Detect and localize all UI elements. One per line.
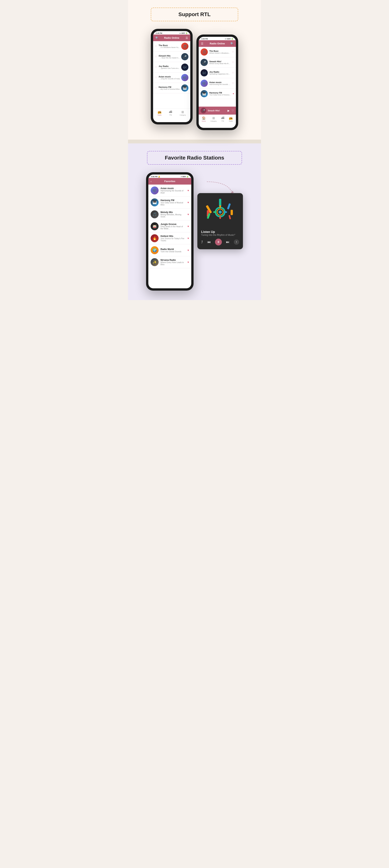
info-icon[interactable]: ! xyxy=(234,239,239,245)
mini-player-avatar: 🎤 xyxy=(201,108,206,114)
phone-1-header: 🔍 Radio Online ☰ xyxy=(153,34,190,41)
favorites-list: 🎼 Asian music Harmonizing the Sounds of … xyxy=(148,185,191,268)
list-item[interactable]: 🎶 Joy Radio Spreading Happiness One Tune… xyxy=(199,68,236,78)
search-icon-2[interactable]: 🔍 xyxy=(230,42,233,45)
phone-2-header: ☰ Radio Online 🔍 xyxy=(199,40,236,47)
pause-button[interactable]: ⏸ xyxy=(215,239,222,245)
list-item[interactable]: 🎹 Harmony FM Your Daily Dose of Musical … xyxy=(199,89,236,99)
list-item[interactable]: ♡ Harmony FM Your Daily Dose of Musical … xyxy=(153,83,190,93)
list-item[interactable]: ♡ The Buzz ...Where Music's Vibrations N… xyxy=(153,41,190,52)
item-info: The Buzz Where Music's Vibrations Never … xyxy=(209,50,230,54)
next-icon[interactable]: ⏭ xyxy=(226,240,229,244)
fav-item[interactable]: 🎹 Harmony FM Your Daily Dose of Musical … xyxy=(148,196,191,209)
nav-home[interactable]: 🏠 Home xyxy=(202,116,206,122)
nav-city-2[interactable]: 🏙 City xyxy=(221,116,224,122)
list-item[interactable]: ♡ iSmash Hits ...Where Every Beat Hits t… xyxy=(153,52,190,62)
prev-icon[interactable]: ⏮ xyxy=(207,240,211,244)
phone-2-title: Radio Online xyxy=(210,42,225,45)
rtl-title: Support RTL xyxy=(159,11,230,18)
heart-icon[interactable]: ♡ xyxy=(155,45,157,48)
heart-filled-icon[interactable]: ♥ xyxy=(233,92,234,95)
list-item[interactable]: 🎵 The Buzz Where Music's Vibrations Neve… xyxy=(199,47,236,57)
fav-avatar: 🎹 xyxy=(150,198,159,206)
divider xyxy=(128,140,261,144)
fav-info: Asian music Harmonizing the Sounds of As… xyxy=(161,187,186,194)
item-info: Harmony FM Your Daily Dose of Musical Bl… xyxy=(209,92,231,96)
heart-mini-icon[interactable]: ♡ xyxy=(231,109,234,112)
fav-item[interactable]: 🌍 Radio World Tune into Global Sounds ♥ xyxy=(148,244,191,256)
nav-radio[interactable]: 📻 Radio xyxy=(158,110,162,116)
player-logo xyxy=(205,197,235,227)
fav-item[interactable]: 🎼 Asian music Harmonizing the Sounds of … xyxy=(148,185,191,196)
phone-1-status: 5:49 PM ▪▪▪ WiFi 🔋 xyxy=(153,31,190,34)
list-item[interactable]: ♡ Joy Radio ...Spreading Happiness One T… xyxy=(153,62,190,72)
fav-avatar: ✨ xyxy=(150,258,159,266)
fav-item[interactable]: 🎵 Melody Mix Mixing Melodies, Moving Sou… xyxy=(148,209,191,220)
favorites-title-box: Favorite Radio Stations xyxy=(147,151,242,165)
heart-icon[interactable]: ♡ xyxy=(155,55,157,58)
svg-rect-14 xyxy=(219,205,221,208)
phone-2-status: 4:09 PM ▪▪▪ WiFi 🔋 xyxy=(199,37,236,40)
fav-info: Hottest Hits Your Source for Today's Fir… xyxy=(161,235,186,242)
pause-icon: ⏸ xyxy=(217,240,220,244)
nav-radio-2[interactable]: 📻 Radio xyxy=(229,116,233,122)
fav-time: 4:56 PM 🔔 xyxy=(151,176,160,178)
player-card: Listen Up Tuning Into the Rhythm of Musi… xyxy=(197,193,243,249)
nav-category[interactable]: ⊞ Category xyxy=(180,110,186,116)
heart-icon[interactable]: ♡ xyxy=(155,87,157,89)
item-info: iSmash Hits ...Where Every Beat Hits the… xyxy=(159,55,180,59)
mini-player-controls: ▶ ♡ xyxy=(227,109,234,112)
rtl-section: Support RTL 5:49 PM ▪▪▪ WiFi 🔋 🔍 Radio O… xyxy=(128,0,261,140)
home-nav-icon: 🏠 xyxy=(202,116,206,120)
heart-icon[interactable]: ♥ xyxy=(188,260,189,264)
fav-item[interactable]: ✨ Nirvana Radio Where Every Note Leads t… xyxy=(148,256,191,268)
phone-1-title: Radio Online xyxy=(164,36,179,39)
svg-point-13 xyxy=(219,211,221,213)
heart-icon[interactable]: ♡ xyxy=(232,51,234,53)
list-item[interactable]: ♡ Asian music |Harmonizing the Sounds of… xyxy=(153,72,190,83)
menu-icon[interactable]: ☰ xyxy=(186,36,188,39)
heart-icon[interactable]: ♡ xyxy=(155,66,157,68)
favorites-phone-screen: 4:56 PM 🔔 ▪▪ WiFi 🔋 ‹ Favorites 🎼 Asian … xyxy=(148,175,191,288)
heart-icon[interactable]: ♥ xyxy=(188,189,189,192)
item-info: The Buzz ...Where Music's Vibrations Nev… xyxy=(159,44,180,49)
svg-rect-15 xyxy=(219,216,221,219)
player-controls: ⤴ ⏮ ⏸ ⏭ ! xyxy=(201,239,239,245)
item-info: Asian music Harmonizing the Sounds of As… xyxy=(209,81,230,85)
phone-2-list: 🎵 The Buzz Where Music's Vibrations Neve… xyxy=(199,47,236,99)
radio-nav-icon: 📻 xyxy=(158,110,162,114)
heart-icon[interactable]: ♥ xyxy=(188,249,189,252)
search-icon[interactable]: 🔍 xyxy=(156,36,159,39)
heart-icon[interactable]: ♥ xyxy=(188,237,189,240)
heart-icon[interactable]: ♡ xyxy=(232,71,234,74)
list-item[interactable]: 🎼 Asian music Harmonizing the Sounds of … xyxy=(199,78,236,89)
phone-1: 5:49 PM ▪▪▪ WiFi 🔋 🔍 Radio Online ☰ ♡ Th… xyxy=(151,29,193,124)
back-icon[interactable]: ‹ xyxy=(150,180,151,183)
play-icon[interactable]: ▶ xyxy=(227,109,230,112)
city-nav-icon: 🏙 xyxy=(169,110,172,114)
heart-icon[interactable]: ♡ xyxy=(232,82,234,85)
heart-icon[interactable]: ♥ xyxy=(188,213,189,216)
player-track-name: Listen Up xyxy=(201,230,239,234)
fav-info: Jungle Groove Deep Beats in the Heart of… xyxy=(161,223,186,230)
fav-item[interactable]: 🔥 Hottest Hits Your Source for Today's F… xyxy=(148,232,191,244)
avatar: 🎼 xyxy=(181,74,188,81)
heart-icon[interactable]: ♡ xyxy=(155,76,157,79)
nav-city[interactable]: 🏙 City xyxy=(169,110,172,116)
heart-icon[interactable]: ♥ xyxy=(188,201,189,204)
svg-rect-16 xyxy=(213,211,216,213)
item-info: Harmony FM Your Daily Dose of Musical Bl… xyxy=(159,86,180,90)
category-nav-icon: ⊞ xyxy=(182,110,184,114)
favorites-title: Favorite Radio Stations xyxy=(155,155,234,161)
share-icon[interactable]: ⤴ xyxy=(201,240,203,244)
menu-icon-2[interactable]: ☰ xyxy=(201,42,203,45)
fav-item[interactable]: 🥁 Jungle Groove Deep Beats in the Heart … xyxy=(148,220,191,232)
nav-category-2[interactable]: ⊞ Category xyxy=(211,116,217,122)
phone-1-list: ♡ The Buzz ...Where Music's Vibrations N… xyxy=(153,41,190,93)
mini-player[interactable]: 🎤 Smash Hits! ▶ ♡ xyxy=(199,106,236,115)
heart-icon[interactable]: ♡ xyxy=(232,61,234,64)
phone-1-screen: 5:49 PM ▪▪▪ WiFi 🔋 🔍 Radio Online ☰ ♡ Th… xyxy=(153,31,190,122)
list-item[interactable]: 🎤 Smash Hits! Where Every Beat Hits the … xyxy=(199,57,236,68)
heart-icon[interactable]: ♥ xyxy=(188,225,189,228)
avatar: 🎤 xyxy=(201,59,208,66)
